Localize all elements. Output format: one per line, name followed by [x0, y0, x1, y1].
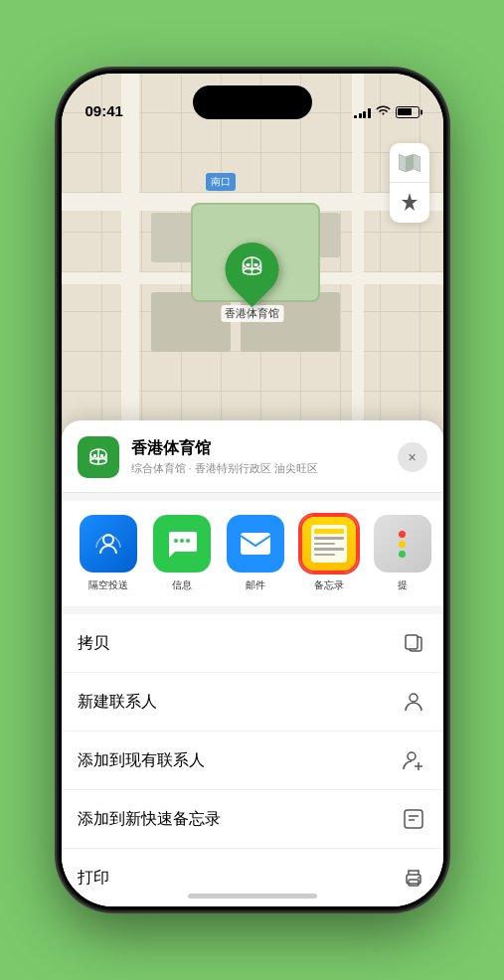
location-info: 香港体育馆 综合体育馆 · 香港特别行政区 油尖旺区: [131, 438, 386, 476]
mail-icon: [227, 515, 284, 572]
action-add-contact-label: 添加到现有联系人: [78, 750, 205, 771]
svg-rect-20: [241, 533, 270, 555]
more-icon: [374, 515, 431, 572]
wifi-icon: [376, 104, 391, 119]
share-item-notes[interactable]: 备忘录: [298, 515, 360, 592]
svg-marker-1: [406, 154, 414, 172]
svg-rect-7: [247, 263, 251, 266]
battery-icon: [396, 106, 420, 118]
notes-icon: [300, 515, 358, 572]
copy-icon: [400, 629, 427, 657]
svg-rect-8: [254, 263, 258, 266]
share-item-messages[interactable]: 信息: [151, 515, 213, 592]
action-add-contact[interactable]: 添加到现有联系人: [62, 732, 443, 790]
action-new-contact-label: 新建联系人: [78, 692, 157, 713]
mail-label: 邮件: [246, 578, 265, 592]
location-description: 综合体育馆 · 香港特别行政区 油尖旺区: [131, 461, 386, 476]
print-icon: [400, 864, 427, 892]
map-type-button[interactable]: [390, 143, 429, 183]
svg-rect-27: [405, 810, 422, 828]
airdrop-icon: [80, 515, 137, 572]
share-item-more[interactable]: 提: [372, 515, 433, 592]
location-button[interactable]: [390, 183, 429, 223]
person-plus-icon: [400, 746, 427, 774]
messages-label: 信息: [172, 578, 192, 592]
close-button[interactable]: ×: [398, 442, 427, 472]
share-item-airdrop[interactable]: 隔空投送: [78, 515, 139, 592]
svg-point-17: [174, 539, 178, 543]
action-copy[interactable]: 拷贝: [62, 614, 443, 673]
action-new-contact[interactable]: 新建联系人: [62, 673, 443, 732]
more-label: 提: [398, 578, 408, 592]
map-entrance-label: 南口: [206, 173, 236, 191]
share-item-mail[interactable]: 邮件: [225, 515, 286, 592]
svg-rect-14: [93, 454, 96, 457]
svg-point-23: [410, 694, 418, 702]
action-add-notes-label: 添加到新快速备忘录: [78, 809, 221, 830]
dynamic-island: [193, 85, 312, 119]
share-row: 隔空投送 信息: [62, 501, 443, 606]
action-add-notes[interactable]: 添加到新快速备忘录: [62, 790, 443, 849]
quick-note-icon: [400, 805, 427, 833]
svg-point-19: [186, 539, 190, 543]
map-controls: [390, 143, 429, 223]
action-print-label: 打印: [78, 868, 109, 889]
pin-icon: [240, 253, 265, 285]
person-icon: [400, 688, 427, 716]
signal-icon: [354, 106, 371, 118]
svg-rect-15: [100, 454, 103, 457]
svg-point-18: [180, 539, 184, 543]
location-pin: 香港体育馆: [221, 243, 283, 322]
status-time: 09:41: [85, 102, 123, 119]
location-name: 香港体育馆: [131, 438, 386, 459]
svg-point-32: [418, 877, 420, 879]
svg-point-24: [408, 752, 416, 760]
pin-label: 香港体育馆: [221, 305, 283, 322]
airdrop-label: 隔空投送: [88, 578, 128, 592]
location-header: 香港体育馆 综合体育馆 · 香港特别行政区 油尖旺区 ×: [62, 420, 443, 493]
action-list: 拷贝 新建联系人: [62, 614, 443, 906]
location-card-icon: [78, 436, 119, 478]
home-indicator: [188, 894, 317, 898]
svg-rect-22: [406, 635, 418, 649]
bottom-sheet: 香港体育馆 综合体育馆 · 香港特别行政区 油尖旺区 × 隔: [62, 420, 443, 906]
status-icons: [354, 104, 420, 119]
notes-label: 备忘录: [314, 578, 344, 592]
action-copy-label: 拷贝: [78, 633, 109, 654]
messages-icon: [153, 515, 211, 572]
svg-rect-31: [409, 880, 419, 886]
